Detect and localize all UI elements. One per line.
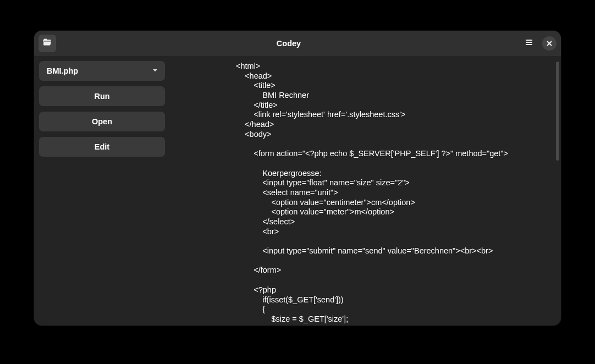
sidebar: BMI.php Run Open Edit [34, 56, 170, 326]
hamburger-icon [525, 38, 533, 49]
file-select-label: BMI.php [47, 67, 78, 75]
open-button[interactable]: Open [39, 112, 165, 131]
open-button-label: Open [92, 117, 112, 126]
edit-button[interactable]: Edit [39, 137, 165, 157]
close-button[interactable] [542, 36, 557, 51]
file-select-dropdown[interactable]: BMI.php [39, 61, 165, 81]
run-button[interactable]: Run [39, 86, 165, 106]
titlebar: Codey [34, 31, 561, 56]
window-title: Codey [56, 39, 521, 48]
folder-open-icon [43, 38, 52, 49]
titlebar-left [38, 35, 56, 52]
close-icon [547, 38, 552, 48]
code-editor[interactable]: <html> <head> <title> BMI Rechner </titl… [170, 56, 561, 326]
window-body: BMI.php Run Open Edit <html> <head> <tit… [34, 56, 561, 326]
open-folder-button[interactable] [38, 35, 56, 52]
run-button-label: Run [94, 92, 109, 101]
menu-button[interactable] [521, 36, 537, 51]
edit-button-label: Edit [95, 142, 109, 151]
titlebar-right [521, 36, 557, 51]
editor-area: <html> <head> <title> BMI Rechner </titl… [170, 56, 561, 326]
app-window: Codey BMI.php Run [34, 31, 561, 326]
editor-scrollbar[interactable] [556, 62, 559, 161]
chevron-down-icon [152, 67, 158, 75]
